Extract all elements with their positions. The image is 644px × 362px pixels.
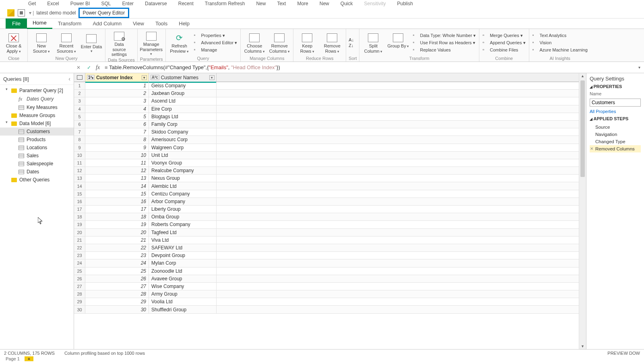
table-row[interactable]: 2828Army Group [74,290,579,298]
table-row[interactable]: 1010Unit Ltd [74,152,579,159]
table-row[interactable]: 2929Voolia Ltd [74,298,579,306]
table-row[interactable]: 2020Tagfeed Ltd [74,229,579,237]
table-row[interactable]: 2626Avavee Group [74,275,579,283]
table-row[interactable]: 2525Zoonoodle Ltd [74,267,579,275]
ext-menu-item[interactable]: SQL [101,1,111,6]
applied-step-source[interactable]: Source [590,123,641,131]
ext-menu-item[interactable]: More [297,1,308,6]
cell-customer-name[interactable]: Devpoint Group [149,252,217,259]
cell-customer-name[interactable]: Unit Ltd [149,152,217,159]
ext-menu-item[interactable]: Sensitivity [364,1,386,6]
table-row[interactable]: 99Walgreen Corp [74,144,579,152]
ext-menu-item[interactable]: Excel [47,1,59,6]
query-item-measure-groups[interactable]: Measure Groups [0,111,74,119]
formula-commit-button[interactable]: ✓ [85,65,93,70]
vision-button[interactable]: ▫Vision [532,39,588,46]
column-header-customer-names[interactable]: Aᴮc Customer Names ▾ [149,73,217,82]
sort-desc-button[interactable]: Z↓ [349,43,354,48]
cell-customer-name[interactable]: Army Group [149,290,217,298]
azure-machine-learning-button[interactable]: ▫Azure Machine Learning [532,47,588,53]
cell-customer-index[interactable]: 2 [85,90,149,97]
formula-cancel-button[interactable]: ✕ [75,65,82,70]
query-folder[interactable]: Parameter Query [2] [0,86,74,95]
table-row[interactable]: 1515Centizu Company [74,190,579,198]
scroll-thumb[interactable] [580,80,585,177]
remove-rows-button[interactable]: Remove Rows [321,31,343,53]
ext-menu-item[interactable]: Get [28,1,36,6]
table-row[interactable]: 77Skidoo Company [74,128,579,136]
cell-customer-index[interactable]: 13 [85,175,149,182]
query-item-key-measures[interactable]: Key Measures [0,103,74,111]
ext-menu-item[interactable]: Dataverse [145,1,167,6]
table-row[interactable]: 1414Alembic Ltd [74,182,579,190]
cell-customer-name[interactable]: Nexus Group [149,175,217,182]
ext-menu-item[interactable]: Quick [341,1,353,6]
query-item-locations[interactable]: Locations [0,144,74,152]
manage-parameters-button[interactable]: Manage Parameters [140,30,163,56]
cell-customer-index[interactable]: 8 [85,136,149,143]
cell-customer-index[interactable]: 1 [85,82,149,89]
remove-columns-button[interactable]: Remove Columns [268,31,291,53]
table-row[interactable]: 3030Shuffledri Group [74,306,579,313]
cell-customer-index[interactable]: 15 [85,190,149,197]
cell-customer-index[interactable]: 11 [85,159,149,167]
keep-rows-button[interactable]: Keep Rows [296,31,318,53]
formula-input[interactable]: = Table.RemoveColumns(#"Changed Type",{"… [103,64,631,71]
cell-customer-index[interactable]: 30 [85,306,149,313]
new-source-button[interactable]: New Source [30,31,53,53]
cell-customer-index[interactable]: 9 [85,144,149,151]
table-row[interactable]: 1616Arbor Company [74,198,579,206]
cell-customer-name[interactable]: Viva Ltd [149,237,217,244]
cell-customer-name[interactable]: Voolia Ltd [149,298,217,305]
use-first-row-as-headers-button[interactable]: ▫Use First Row as Headers ▾ [412,39,476,46]
ext-menu-item[interactable]: Transform Refresh [205,1,245,6]
cell-customer-index[interactable]: 7 [85,128,149,136]
table-row[interactable]: 2222SAFEWAY Ltd [74,244,579,252]
refresh-preview-button[interactable]: ⟳ Refresh Preview [168,31,191,53]
column-filter-button[interactable]: ▾ [209,75,215,80]
query-item-other-queries[interactable]: Other Queries [0,176,74,184]
cell-customer-index[interactable]: 26 [85,275,149,282]
cell-customer-name[interactable]: Arbor Company [149,198,217,205]
query-item-dates-query[interactable]: fxDates Query [0,95,74,103]
cell-customer-name[interactable]: Skidoo Company [149,128,217,136]
cell-customer-name[interactable]: Avavee Group [149,275,217,282]
sort-asc-button[interactable]: A↓ [349,37,354,42]
select-all-corner[interactable] [74,73,85,82]
query-item-dates[interactable]: Dates [0,168,74,176]
cell-customer-name[interactable]: Jaxbean Group [149,90,217,97]
query-item-customers[interactable]: Customers [0,128,74,136]
ribbon-tab-help[interactable]: Help [173,19,195,29]
table-row[interactable]: 55Blogtags Ltd [74,113,579,121]
add-page-button[interactable]: + [25,356,33,361]
cell-customer-index[interactable]: 17 [85,206,149,213]
cell-customer-name[interactable]: Family Corp [149,121,217,128]
ext-menu-item[interactable]: Enter [122,1,134,6]
append-queries-button[interactable]: ▫Append Queries ▾ [482,39,526,46]
vertical-scrollbar[interactable]: ▲ ▼ [579,73,586,349]
scroll-up-button[interactable]: ▲ [579,74,586,78]
split-column-button[interactable]: Split Column [362,31,384,53]
cell-customer-name[interactable]: Eire Corp [149,105,217,113]
cell-customer-name[interactable]: Voonyx Group [149,159,217,167]
cell-customer-index[interactable]: 22 [85,244,149,251]
table-row[interactable]: 1212Realcube Company [74,167,579,175]
cell-customer-index[interactable]: 27 [85,283,149,290]
manage-button[interactable]: ▫Manage [193,47,238,53]
cell-customer-index[interactable]: 5 [85,113,149,120]
table-row[interactable]: 11Geiss Company [74,82,579,90]
save-icon[interactable] [18,9,25,16]
group-by-button[interactable]: Group By [387,31,409,53]
table-row[interactable]: 33Ascend Ltd [74,97,579,105]
cell-customer-index[interactable]: 24 [85,259,149,267]
column-filter-button[interactable]: ▾ [142,75,147,80]
cell-customer-index[interactable]: 23 [85,252,149,259]
text-analytics-button[interactable]: ▫Text Analytics [532,32,588,39]
query-item-products[interactable]: Products [0,136,74,144]
table-row[interactable]: 66Family Corp [74,121,579,128]
recent-sources-button[interactable]: Recent Sources [55,31,78,53]
cell-customer-index[interactable]: 6 [85,121,149,128]
cell-customer-name[interactable]: Roberts Company [149,221,217,228]
table-row[interactable]: 22Jaxbean Group [74,90,579,97]
table-row[interactable]: 1818Omba Group [74,213,579,221]
